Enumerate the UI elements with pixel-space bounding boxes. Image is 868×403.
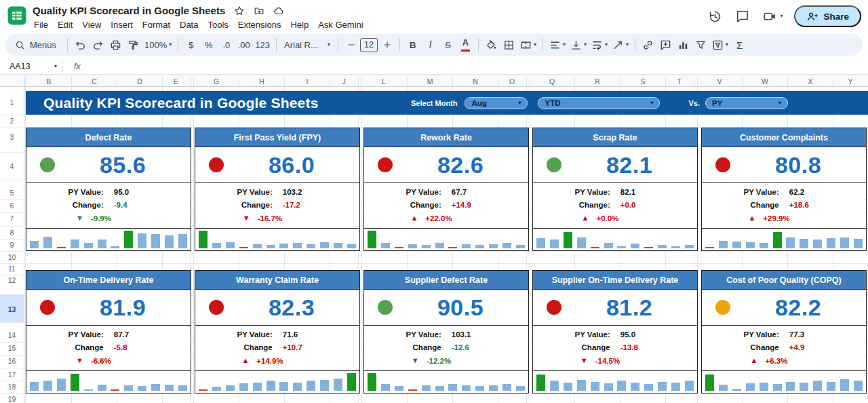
menu-tools[interactable]: Tools xyxy=(206,19,229,31)
font-size-input[interactable]: 12 xyxy=(360,38,378,52)
text-wrap-button[interactable]: ▾ xyxy=(589,36,610,54)
row-header-7[interactable]: 7 xyxy=(0,214,24,223)
paint-format-button[interactable] xyxy=(125,36,142,54)
comments-icon[interactable] xyxy=(734,8,751,24)
kpi-card-2[interactable]: Rework Rate 82.6 PY Value: 67.7 Change: … xyxy=(363,128,529,251)
column-header-L[interactable]: L xyxy=(382,77,386,85)
row-header-4[interactable]: 4 xyxy=(0,162,24,170)
menu-format[interactable]: Format xyxy=(141,19,172,31)
undo-button[interactable] xyxy=(72,36,89,54)
kpi-card-4[interactable]: Customer Complaints 80.8 PY Value: 62.2 … xyxy=(701,128,867,251)
menu-extensions[interactable]: Extensions xyxy=(237,19,283,31)
menu-ask-gemini[interactable]: Ask Gemini xyxy=(317,19,364,31)
row-header-12[interactable]: 12 xyxy=(0,276,24,284)
column-header-D[interactable]: D xyxy=(137,77,142,85)
kpi-card-5[interactable]: On-Time Delivery Rate 81.9 PY Value: 87.… xyxy=(26,270,191,394)
column-header-C[interactable]: C xyxy=(92,77,97,85)
menu-help[interactable]: Help xyxy=(289,19,310,31)
menu-data[interactable]: Data xyxy=(178,19,199,31)
italic-button[interactable]: I xyxy=(422,36,439,54)
menu-view[interactable]: View xyxy=(81,19,102,31)
horizontal-align-button[interactable]: ▾ xyxy=(547,36,568,54)
star-icon[interactable] xyxy=(234,5,245,16)
format-currency-button[interactable]: $ xyxy=(182,36,199,54)
bold-button[interactable]: B xyxy=(404,36,421,54)
spreadsheet-grid[interactable]: Quality KPI Scorecard in Google Sheets S… xyxy=(0,87,868,403)
month-dropdown[interactable]: Aug ▾ xyxy=(465,97,528,109)
select-all-corner[interactable] xyxy=(0,75,24,86)
menu-edit[interactable]: Edit xyxy=(56,19,74,31)
row-header-19[interactable]: 19 xyxy=(0,395,24,403)
zoom-select[interactable]: 100% ▾ xyxy=(142,36,174,54)
print-button[interactable] xyxy=(107,36,124,54)
cloud-save-status-icon[interactable] xyxy=(273,5,284,16)
column-header-H[interactable]: H xyxy=(259,77,264,85)
insert-chart-button[interactable] xyxy=(675,36,692,54)
column-header-Y[interactable]: Y xyxy=(848,77,852,85)
row-header-1[interactable]: 1 xyxy=(0,98,24,107)
text-color-button[interactable]: A xyxy=(457,36,474,54)
decrease-decimal-button[interactable]: .0 xyxy=(218,36,235,54)
text-rotation-button[interactable]: ▾ xyxy=(610,36,631,54)
version-history-icon[interactable] xyxy=(707,8,723,24)
meet-join-control[interactable]: ▾ xyxy=(762,9,783,23)
column-header-M[interactable]: M xyxy=(427,77,433,85)
column-header-Q[interactable]: Q xyxy=(549,77,555,85)
move-folder-icon[interactable] xyxy=(254,5,264,16)
row-header-2[interactable]: 2 xyxy=(0,117,24,125)
share-button[interactable]: Share xyxy=(794,5,861,27)
row-header-15[interactable]: 15 xyxy=(0,344,24,352)
row-header-13[interactable]: 13 xyxy=(0,305,24,313)
strikethrough-button[interactable]: S xyxy=(439,36,456,54)
column-header-R[interactable]: R xyxy=(595,77,600,85)
menu-insert[interactable]: Insert xyxy=(109,19,134,31)
increase-decimal-button[interactable]: .00 xyxy=(235,36,252,54)
name-box[interactable]: AA13 ▾ xyxy=(5,62,62,71)
borders-button[interactable] xyxy=(500,36,517,54)
period-dropdown[interactable]: YTD ▾ xyxy=(538,97,660,109)
column-header-B[interactable]: B xyxy=(46,77,51,85)
column-header-O[interactable]: O xyxy=(509,77,515,85)
row-header-8[interactable]: 8 xyxy=(0,229,24,237)
font-select[interactable]: Arial R... ▾ xyxy=(281,36,334,54)
column-header-V[interactable]: V xyxy=(717,77,722,85)
column-header-N[interactable]: N xyxy=(473,77,478,85)
functions-button[interactable]: Σ xyxy=(731,36,748,54)
formula-input[interactable] xyxy=(92,58,868,74)
column-header-T[interactable]: T xyxy=(677,77,682,85)
filter-views-button[interactable]: ▾ xyxy=(710,36,730,54)
column-header-S[interactable]: S xyxy=(640,77,645,85)
insert-link-button[interactable] xyxy=(639,36,656,54)
kpi-card-7[interactable]: Supplier Defect Rate 90.5 PY Value: 103.… xyxy=(363,270,529,394)
column-header-I[interactable]: I xyxy=(307,77,309,85)
row-header-3[interactable]: 3 xyxy=(0,133,24,141)
kpi-card-3[interactable]: Scrap Rate 82.1 PY Value: 82.1 Change: +… xyxy=(532,128,698,251)
column-header-G[interactable]: G xyxy=(214,77,219,85)
row-header-18[interactable]: 18 xyxy=(0,383,24,391)
row-header-9[interactable]: 9 xyxy=(0,241,24,249)
merge-cells-button[interactable]: ▾ xyxy=(518,36,538,54)
kpi-card-8[interactable]: Supplier On-Time Delivery Rate 81.2 PY V… xyxy=(532,270,698,394)
insert-comment-button[interactable] xyxy=(657,36,674,54)
row-header-6[interactable]: 6 xyxy=(0,202,24,210)
kpi-card-0[interactable]: Defect Rate 85.6 PY Value: 95.0 Change: … xyxy=(26,128,191,251)
format-percent-button[interactable]: % xyxy=(200,36,217,54)
column-header-X[interactable]: X xyxy=(808,77,812,85)
decrease-font-size-button[interactable] xyxy=(342,36,359,54)
document-title[interactable]: Quality KPI Scorecard in Google Sheets xyxy=(33,5,225,16)
column-header-W[interactable]: W xyxy=(762,77,768,85)
increase-font-size-button[interactable] xyxy=(378,36,395,54)
row-header-5[interactable]: 5 xyxy=(0,189,24,197)
more-formats-button[interactable]: 123 xyxy=(253,36,272,54)
kpi-card-1[interactable]: First Pass Yield (FPY) 86.0 PY Value: 10… xyxy=(195,128,360,251)
row-header-11[interactable]: 11 xyxy=(0,265,24,273)
menus-search-button[interactable]: Menus xyxy=(11,36,63,54)
sheets-logo-icon[interactable] xyxy=(7,5,27,26)
row-header-17[interactable]: 17 xyxy=(0,370,24,379)
column-header-E[interactable]: E xyxy=(173,77,178,85)
row-header-14[interactable]: 14 xyxy=(0,331,24,339)
row-header-10[interactable]: 10 xyxy=(0,253,24,261)
vertical-align-button[interactable]: ▾ xyxy=(568,36,589,54)
column-header-J[interactable]: J xyxy=(342,77,345,85)
menu-file[interactable]: File xyxy=(33,19,50,31)
